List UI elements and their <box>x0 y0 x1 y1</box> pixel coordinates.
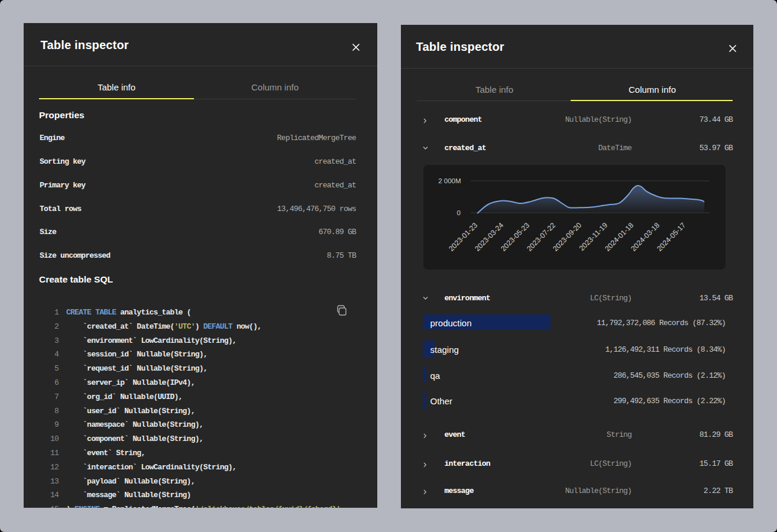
svg-text:2024-05-17: 2024-05-17 <box>655 221 687 253</box>
svg-text:0: 0 <box>457 209 461 216</box>
svg-text:2 000M: 2 000M <box>438 177 461 184</box>
